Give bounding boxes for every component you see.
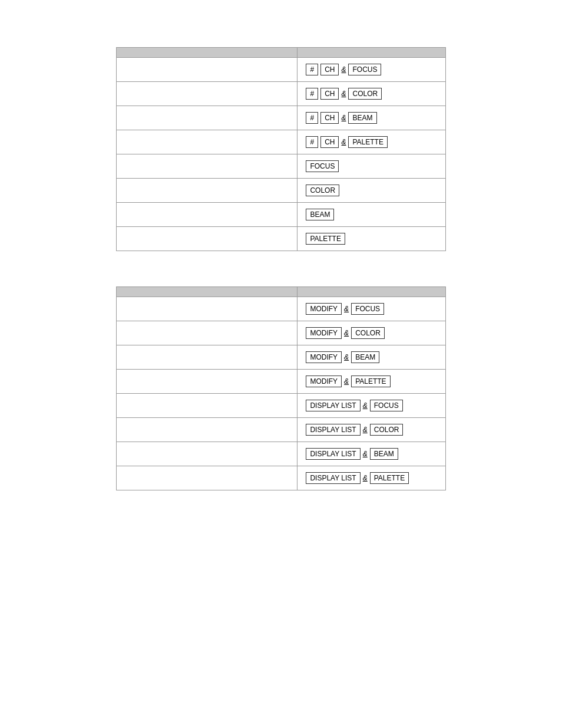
table-row: FOCUS xyxy=(117,154,446,179)
row-keys: BEAM xyxy=(297,203,446,227)
row-keys: DISPLAY LIST&PALETTE xyxy=(297,466,446,490)
kbd-group: PALETTE xyxy=(306,233,437,245)
row-label xyxy=(117,130,297,154)
table-row: DISPLAY LIST&PALETTE xyxy=(117,466,446,490)
row-label xyxy=(117,442,297,466)
table2-col1-header xyxy=(117,287,297,297)
table-row: BEAM xyxy=(117,203,446,227)
key-focus[interactable]: FOCUS xyxy=(370,400,403,411)
kbd-group: FOCUS xyxy=(306,160,437,172)
ampersand: & xyxy=(363,401,368,410)
key-color[interactable]: COLOR xyxy=(351,327,385,339)
key-palette[interactable]: PALETTE xyxy=(306,233,345,245)
kbd-group: #CH&PALETTE xyxy=(306,136,437,148)
row-label xyxy=(117,321,297,345)
key-color[interactable]: COLOR xyxy=(306,185,339,196)
kbd-group: DISPLAY LIST&PALETTE xyxy=(306,472,437,484)
ampersand: & xyxy=(344,377,349,386)
key-display-list[interactable]: DISPLAY LIST xyxy=(306,400,360,411)
kbd-group: COLOR xyxy=(306,185,437,196)
table-row: MODIFY&COLOR xyxy=(117,321,446,345)
row-keys: MODIFY&PALETTE xyxy=(297,370,446,394)
key-color[interactable]: COLOR xyxy=(370,424,404,436)
table1-wrapper: #CH&FOCUS#CH&COLOR#CH&BEAM#CH&PALETTEFOC… xyxy=(116,47,446,251)
key-modify[interactable]: MODIFY xyxy=(306,327,342,339)
key-display-list[interactable]: DISPLAY LIST xyxy=(306,472,360,484)
ampersand: & xyxy=(344,353,349,361)
ampersand: & xyxy=(341,90,346,98)
table1-col1-header xyxy=(117,48,297,58)
kbd-group: #CH&BEAM xyxy=(306,112,437,124)
key-ch[interactable]: CH xyxy=(320,136,339,148)
table-row: #CH&PALETTE xyxy=(117,130,446,154)
key-focus[interactable]: FOCUS xyxy=(348,64,381,75)
row-keys: #CH&PALETTE xyxy=(297,130,446,154)
key-palette[interactable]: PALETTE xyxy=(370,472,409,484)
key-modify[interactable]: MODIFY xyxy=(306,303,342,315)
key-color[interactable]: COLOR xyxy=(348,88,382,100)
ampersand: & xyxy=(341,138,346,146)
row-keys: #CH&BEAM xyxy=(297,106,446,130)
key-ch[interactable]: CH xyxy=(320,64,339,75)
table2-wrapper: MODIFY&FOCUSMODIFY&COLORMODIFY&BEAMMODIF… xyxy=(116,286,446,490)
table-row: #CH&COLOR xyxy=(117,82,446,106)
table-row: MODIFY&PALETTE xyxy=(117,370,446,394)
table-row: #CH&FOCUS xyxy=(117,58,446,82)
key-beam[interactable]: BEAM xyxy=(348,112,376,124)
row-label xyxy=(117,394,297,418)
kbd-group: MODIFY&PALETTE xyxy=(306,375,437,387)
row-keys: #CH&FOCUS xyxy=(297,58,446,82)
kbd-group: #CH&COLOR xyxy=(306,88,437,100)
kbd-group: MODIFY&COLOR xyxy=(306,327,437,339)
key-palette[interactable]: PALETTE xyxy=(351,375,390,387)
table-row: COLOR xyxy=(117,179,446,203)
table-row: PALETTE xyxy=(117,227,446,251)
key-beam[interactable]: BEAM xyxy=(370,448,398,460)
table-row: DISPLAY LIST&FOCUS xyxy=(117,394,446,418)
key-modify[interactable]: MODIFY xyxy=(306,351,342,363)
row-keys: FOCUS xyxy=(297,154,446,179)
row-keys: DISPLAY LIST&FOCUS xyxy=(297,394,446,418)
table-row: MODIFY&FOCUS xyxy=(117,297,446,321)
key-#[interactable]: # xyxy=(306,88,318,100)
table-row: DISPLAY LIST&COLOR xyxy=(117,418,446,442)
key-#[interactable]: # xyxy=(306,136,318,148)
key-#[interactable]: # xyxy=(306,64,318,75)
page-container: #CH&FOCUS#CH&COLOR#CH&BEAM#CH&PALETTEFOC… xyxy=(0,24,562,514)
table-row: #CH&BEAM xyxy=(117,106,446,130)
table-row: MODIFY&BEAM xyxy=(117,345,446,370)
row-label xyxy=(117,370,297,394)
row-keys: COLOR xyxy=(297,179,446,203)
key-beam[interactable]: BEAM xyxy=(306,209,334,220)
row-label xyxy=(117,466,297,490)
key-#[interactable]: # xyxy=(306,112,318,124)
kbd-group: MODIFY&FOCUS xyxy=(306,303,437,315)
ampersand: & xyxy=(341,114,346,122)
ampersand: & xyxy=(363,426,368,434)
table1-col2-header xyxy=(297,48,446,58)
row-label xyxy=(117,227,297,251)
row-keys: DISPLAY LIST&BEAM xyxy=(297,442,446,466)
table2: MODIFY&FOCUSMODIFY&COLORMODIFY&BEAMMODIF… xyxy=(116,286,446,490)
row-keys: PALETTE xyxy=(297,227,446,251)
kbd-group: DISPLAY LIST&COLOR xyxy=(306,424,437,436)
key-display-list[interactable]: DISPLAY LIST xyxy=(306,448,360,460)
row-keys: MODIFY&FOCUS xyxy=(297,297,446,321)
key-focus[interactable]: FOCUS xyxy=(306,160,339,172)
row-label xyxy=(117,203,297,227)
key-beam[interactable]: BEAM xyxy=(351,351,379,363)
key-display-list[interactable]: DISPLAY LIST xyxy=(306,424,360,436)
row-label xyxy=(117,82,297,106)
kbd-group: DISPLAY LIST&BEAM xyxy=(306,448,437,460)
kbd-group: #CH&FOCUS xyxy=(306,64,437,75)
key-ch[interactable]: CH xyxy=(320,112,339,124)
row-label xyxy=(117,418,297,442)
table-row: DISPLAY LIST&BEAM xyxy=(117,442,446,466)
kbd-group: MODIFY&BEAM xyxy=(306,351,437,363)
key-ch[interactable]: CH xyxy=(320,88,339,100)
ampersand: & xyxy=(341,65,346,74)
key-focus[interactable]: FOCUS xyxy=(351,303,384,315)
key-modify[interactable]: MODIFY xyxy=(306,375,342,387)
key-palette[interactable]: PALETTE xyxy=(348,136,387,148)
row-label xyxy=(117,58,297,82)
